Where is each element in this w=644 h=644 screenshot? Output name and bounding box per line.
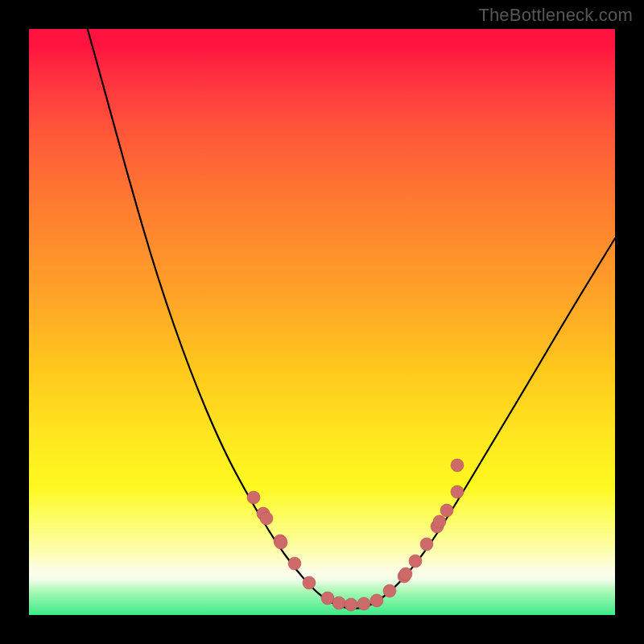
data-point bbox=[321, 592, 334, 605]
data-point bbox=[357, 597, 370, 610]
data-point bbox=[433, 515, 446, 528]
chart-frame: TheBottleneck.com bbox=[0, 0, 644, 644]
data-point bbox=[370, 594, 383, 607]
data-point bbox=[409, 555, 422, 568]
data-point bbox=[345, 598, 357, 611]
data-point bbox=[440, 504, 453, 517]
chart-svg bbox=[29, 29, 615, 615]
data-point bbox=[332, 597, 345, 609]
data-point bbox=[383, 584, 396, 597]
data-point bbox=[303, 576, 316, 589]
data-point bbox=[247, 491, 260, 504]
watermark-text: TheBottleneck.com bbox=[478, 5, 633, 26]
data-point bbox=[451, 459, 464, 472]
bottleneck-curve bbox=[85, 29, 615, 609]
data-point bbox=[451, 485, 464, 498]
data-point bbox=[420, 538, 433, 551]
data-points-group bbox=[247, 459, 464, 611]
data-point bbox=[260, 512, 273, 525]
data-point bbox=[275, 536, 287, 549]
data-point bbox=[288, 557, 301, 570]
data-point bbox=[399, 568, 412, 580]
plot-area bbox=[29, 29, 615, 615]
